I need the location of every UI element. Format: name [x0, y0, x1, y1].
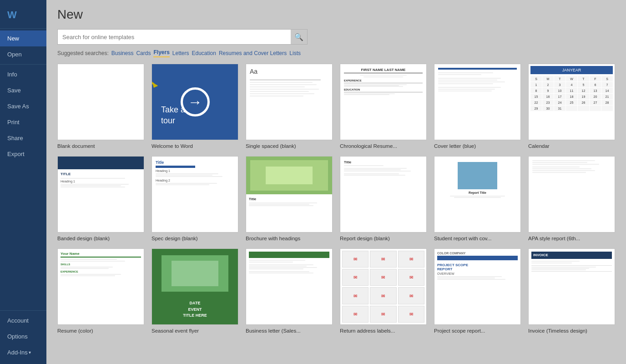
- invoice-title-text: INVOICE: [533, 253, 548, 257]
- sidebar-item-info[interactable]: Info: [0, 66, 46, 82]
- template-name-project: Project scope report...: [434, 328, 521, 334]
- student-image: [458, 162, 497, 189]
- template-name-resume-color: Resume (color): [57, 328, 144, 334]
- address-icon-9: ✉: [409, 293, 413, 298]
- templates-grid: Blank document → Take atour Flyers: [57, 64, 615, 334]
- thumb-project-content: COLOR COMPANY PROJECT SCOPEREPORT OVERVI…: [434, 249, 520, 324]
- sidebar-item-add-ins[interactable]: Add-Ins ▾: [0, 344, 46, 360]
- sidebar-item-home[interactable]: W: [0, 4, 46, 26]
- sidebar-divider-3: [0, 310, 46, 311]
- thumb-calendar-content: JANYEAR SMTWTFS 1234567 891011121314 151…: [529, 64, 615, 140]
- sidebar-item-share[interactable]: Share: [0, 130, 46, 146]
- template-card-single-spaced[interactable]: Aa Single spaced (blank): [246, 64, 333, 150]
- template-card-calendar[interactable]: JANYEAR SMTWTFS 1234567 891011121314 151…: [528, 64, 615, 150]
- template-name-report: Report design (blank): [340, 235, 427, 242]
- main-content: New 🔍 Suggested searches: Business Cards…: [46, 0, 626, 364]
- template-card-banded[interactable]: TITLE Heading 1 Banded design (blank): [57, 156, 144, 242]
- template-name-invoice: Invoice (Timeless design): [528, 328, 615, 334]
- template-card-flyer[interactable]: DATEEVENTTITLE HERE Seasonal event flyer: [151, 248, 238, 334]
- template-name-chron-resume: Chronological Resume...: [340, 143, 427, 150]
- thumb-address-content: ✉ ✉ ✉ ✉ ✉ ✉ ✉ ✉ ✉ ✉ ✉ ✉: [340, 249, 426, 324]
- suggested-searches: Suggested searches: Business Cards Flyer…: [57, 49, 615, 57]
- suggested-link-letters[interactable]: Letters: [172, 50, 189, 56]
- template-thumb-blank: [57, 64, 144, 140]
- address-icon-1: ✉: [353, 257, 357, 262]
- calendar-grid: SMTWTFS 1234567 891011121314 15161718192…: [530, 76, 613, 111]
- template-card-apa[interactable]: APA style report (6th...: [528, 156, 615, 242]
- template-card-welcome[interactable]: → Take atour Flyers: [151, 64, 238, 150]
- brochure-text: Title: [246, 194, 332, 232]
- sidebar-item-save-as[interactable]: Save As: [0, 98, 46, 114]
- welcome-tour-text: Take atour: [161, 105, 185, 126]
- sidebar-item-export[interactable]: Export: [0, 146, 46, 162]
- template-name-brochure: Brochure with headings: [246, 235, 333, 242]
- template-thumb-invoice: INVOICE: [528, 248, 615, 325]
- invoice-header: INVOICE: [531, 252, 612, 259]
- template-card-invoice[interactable]: INVOICE Invoice (Timeless design): [528, 248, 615, 334]
- sidebar-item-print[interactable]: Print: [0, 114, 46, 130]
- template-card-cover-letter[interactable]: Cover letter (blue): [434, 64, 521, 150]
- address-icon-4: ✉: [353, 275, 357, 280]
- sidebar-divider: [0, 28, 46, 29]
- suggested-label: Suggested searches:: [57, 50, 109, 56]
- sidebar-nav: W New Open Info Save Save As Print Share…: [0, 0, 46, 308]
- search-input[interactable]: [58, 34, 291, 40]
- suggested-link-cards[interactable]: Cards: [136, 50, 151, 56]
- search-button[interactable]: 🔍: [291, 30, 307, 44]
- search-bar: 🔍: [57, 29, 308, 45]
- suggested-link-education[interactable]: Education: [192, 50, 216, 56]
- thumb-banded-content: TITLE Heading 1: [58, 157, 144, 232]
- template-thumb-business: [246, 248, 333, 325]
- template-thumb-resume-color: Your Name SKILLS EXPERIENCE: [57, 248, 144, 325]
- template-name-banded: Banded design (blank): [57, 235, 144, 242]
- suggested-link-resumes[interactable]: Resumes and Cover Letters: [219, 50, 287, 56]
- template-card-brochure[interactable]: Title Brochure with headings: [246, 156, 333, 242]
- address-icon-10: ✉: [353, 312, 357, 317]
- template-card-spec[interactable]: Title Heading 1 Heading 2 Spec design (b…: [151, 156, 238, 242]
- template-card-blank[interactable]: Blank document: [57, 64, 144, 150]
- suggested-link-lists[interactable]: Lists: [289, 50, 301, 56]
- thumb-apa-content: [529, 157, 615, 232]
- thumb-resume-color-content: Your Name SKILLS EXPERIENCE: [58, 249, 144, 324]
- template-thumb-apa: [528, 156, 615, 233]
- sidebar-item-open[interactable]: Open: [0, 46, 46, 62]
- template-name-calendar: Calendar: [528, 143, 615, 150]
- template-thumb-student-report: Report Title: [434, 156, 521, 233]
- template-thumb-cover-letter: [434, 64, 521, 140]
- template-name-student-report: Student report with cov...: [434, 235, 521, 242]
- address-icon-8: ✉: [381, 293, 385, 298]
- template-card-resume-color[interactable]: Your Name SKILLS EXPERIENCE Resume (colo…: [57, 248, 144, 334]
- flyer-text: DATEEVENTTITLE HERE: [183, 300, 207, 319]
- template-card-business[interactable]: Business letter (Sales...: [246, 248, 333, 334]
- sidebar-item-save[interactable]: Save: [0, 82, 46, 98]
- address-icon-5: ✉: [381, 275, 385, 280]
- sidebar-item-account[interactable]: Account: [0, 313, 46, 329]
- thumb-spec-content: Title Heading 1 Heading 2: [152, 157, 238, 232]
- template-card-chron-resume[interactable]: FIRST NAME LAST NAME EXPERIENCE EDUCATIO…: [340, 64, 427, 150]
- template-card-project[interactable]: COLOR COMPANY PROJECT SCOPEREPORT OVERVI…: [434, 248, 521, 334]
- template-card-student-report[interactable]: Report Title Student report with cov...: [434, 156, 521, 242]
- template-thumb-banded: TITLE Heading 1: [57, 156, 144, 233]
- address-icon-6: ✉: [409, 275, 413, 280]
- address-icon-12: ✉: [409, 312, 413, 317]
- template-card-report[interactable]: Title Report design (blank): [340, 156, 427, 242]
- page-title: New: [57, 7, 615, 22]
- template-thumb-address: ✉ ✉ ✉ ✉ ✉ ✉ ✉ ✉ ✉ ✉ ✉ ✉: [340, 248, 427, 325]
- search-icon: 🔍: [294, 33, 303, 41]
- template-name-flyer: Seasonal event flyer: [151, 328, 238, 334]
- template-name-cover-letter: Cover letter (blue): [434, 143, 521, 150]
- template-card-address[interactable]: ✉ ✉ ✉ ✉ ✉ ✉ ✉ ✉ ✉ ✉ ✉ ✉ Return address l…: [340, 248, 427, 334]
- template-thumb-single-spaced: Aa: [246, 64, 333, 140]
- sidebar-item-options[interactable]: Options: [0, 329, 46, 344]
- template-thumb-welcome: → Take atour Flyers: [151, 64, 238, 140]
- sidebar-item-new[interactable]: New: [0, 30, 46, 46]
- suggested-link-business[interactable]: Business: [111, 50, 134, 56]
- template-thumb-brochure: Title: [246, 156, 333, 233]
- template-thumb-spec: Title Heading 1 Heading 2: [151, 156, 238, 233]
- suggested-link-flyers[interactable]: Flyers: [153, 49, 169, 57]
- address-icon-3: ✉: [409, 257, 413, 262]
- brochure-image: [246, 157, 332, 194]
- sidebar-divider-2: [0, 64, 46, 65]
- thumb-invoice-content: INVOICE: [529, 249, 615, 324]
- template-thumb-report: Title: [340, 156, 427, 233]
